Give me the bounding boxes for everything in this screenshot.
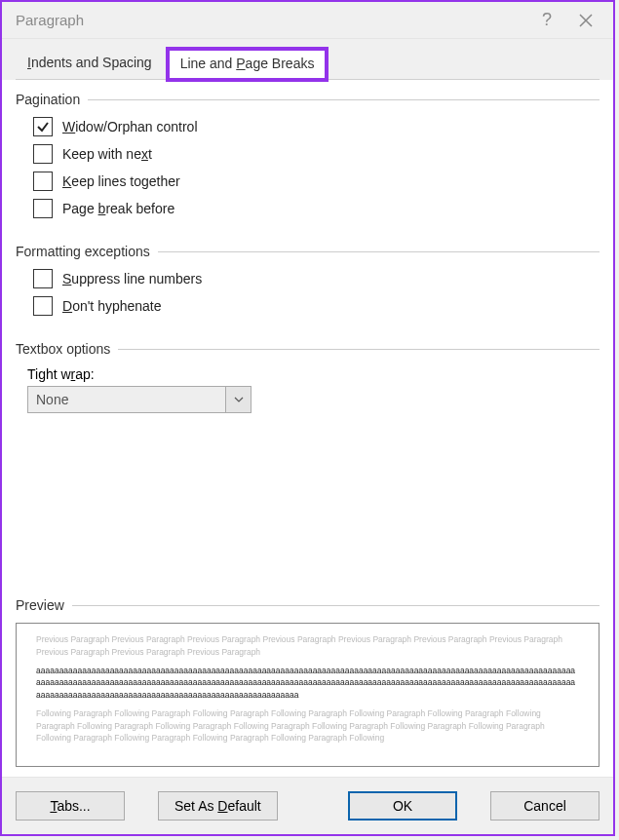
checkbox-icon (33, 269, 53, 288)
preview-box: Previous Paragraph Previous Paragraph Pr… (16, 623, 600, 767)
tab-bar: Indents and Spacing Line and Page Breaks (2, 39, 613, 80)
group-formatting-exceptions: Formatting exceptions Suppress line numb… (16, 244, 600, 324)
group-textbox-options: Textbox options Tight wrap: None (16, 341, 600, 413)
tab-content: Pagination Widow/Orphan control Keep wit… (16, 79, 600, 777)
ok-button[interactable]: OK (348, 791, 457, 821)
checkbox-widow-orphan[interactable]: Widow/Orphan control (33, 117, 600, 136)
group-textbox-label: Textbox options (16, 341, 118, 357)
tight-wrap-value: None (28, 392, 225, 407)
help-button[interactable]: ? (527, 2, 566, 39)
tabs-button[interactable]: Tabs... (16, 791, 125, 821)
checkbox-icon (33, 296, 53, 316)
tight-wrap-label: Tight wrap: (27, 366, 600, 382)
group-pagination: Pagination Widow/Orphan control Keep wit… (16, 92, 600, 226)
checkbox-icon (33, 199, 53, 218)
checkbox-page-break-before[interactable]: Page break before (33, 199, 600, 218)
checkbox-keep-lines-together[interactable]: Keep lines together (33, 172, 600, 191)
button-bar: Tabs... Set As Default OK Cancel (2, 777, 613, 834)
paragraph-dialog: Paragraph ? Indents and Spacing Line and… (0, 0, 615, 836)
preview-main-text: aaaaaaaaaaaaaaaaaaaaaaaaaaaaaaaaaaaaaaaa… (36, 665, 579, 702)
tab-line-page-breaks[interactable]: Line and Page Breaks (168, 49, 328, 80)
cancel-button[interactable]: Cancel (490, 791, 600, 821)
tight-wrap-select[interactable]: None (27, 386, 251, 413)
titlebar: Paragraph ? (2, 2, 613, 39)
tab-indents-spacing[interactable]: Indents and Spacing (16, 49, 164, 80)
group-pagination-label: Pagination (16, 92, 88, 107)
checkbox-keep-with-next[interactable]: Keep with next (33, 144, 600, 164)
group-formatting-label: Formatting exceptions (16, 244, 158, 259)
close-button[interactable] (566, 2, 605, 39)
group-preview: Preview Previous Paragraph Previous Para… (16, 597, 600, 767)
chevron-down-icon (225, 387, 251, 412)
preview-before-text: Previous Paragraph Previous Paragraph Pr… (36, 633, 579, 659)
checkbox-dont-hyphenate[interactable]: Don't hyphenate (33, 296, 600, 316)
checkbox-icon (33, 144, 53, 164)
checkbox-suppress-line-numbers[interactable]: Suppress line numbers (33, 269, 600, 288)
group-preview-label: Preview (16, 597, 72, 613)
checkbox-icon (33, 117, 53, 136)
checkbox-icon (33, 172, 53, 191)
dialog-title: Paragraph (16, 12, 527, 28)
preview-after-text: Following Paragraph Following Paragraph … (36, 707, 579, 745)
set-as-default-button[interactable]: Set As Default (158, 791, 278, 821)
